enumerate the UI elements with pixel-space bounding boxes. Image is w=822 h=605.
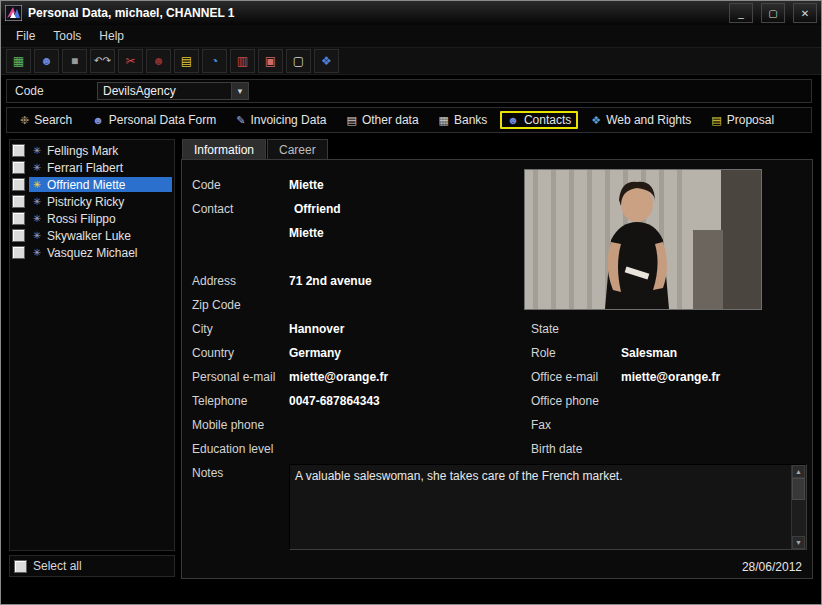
close-button[interactable]: ✕	[793, 3, 817, 23]
checkbox[interactable]	[12, 161, 25, 174]
maximize-button[interactable]: ▢	[761, 3, 785, 23]
zip-field-label: Zip Code	[192, 298, 241, 312]
contact-name: Rossi Filippo	[47, 212, 116, 226]
checkbox[interactable]	[12, 178, 25, 191]
contact-swirl-icon: ✳	[31, 196, 43, 207]
menu-file[interactable]: File	[7, 26, 44, 46]
table-icon[interactable]: ▦	[6, 49, 31, 73]
notes-textarea[interactable]: A valuable saleswoman, she takes care of…	[289, 464, 807, 550]
contact-swirl-icon: ✳	[31, 213, 43, 224]
address-field-label: Address	[192, 274, 236, 288]
office-phone-field-label: Office phone	[531, 394, 599, 408]
record-date: 28/06/2012	[742, 560, 802, 574]
menu-help[interactable]: Help	[90, 26, 133, 46]
address-field-value: 71 2nd avenue	[289, 274, 372, 288]
checkbox[interactable]	[12, 246, 25, 259]
role-field-value: Salesman	[621, 346, 677, 360]
tab-career[interactable]: Career	[267, 139, 328, 159]
list-item[interactable]: ✳Ferrari Flabert	[10, 159, 174, 176]
notes-text: A valuable saleswoman, she takes care of…	[295, 469, 788, 483]
city-field-label: City	[192, 322, 213, 336]
document-icon: ▤	[346, 114, 356, 127]
list-item[interactable]: ✳Rossi Filippo	[10, 210, 174, 227]
code-field-value: Miette	[289, 178, 324, 192]
contact-field-label: Contact	[192, 202, 233, 216]
nav-personal-data-form[interactable]: ☻Personal Data Form	[85, 111, 223, 129]
checkbox[interactable]	[12, 212, 25, 225]
list-item-selected[interactable]: ✳Offriend Miette	[10, 176, 174, 193]
code-bar: Code DevilsAgency ▼	[6, 79, 812, 103]
checkbox[interactable]	[12, 229, 25, 242]
undo-redo-icon[interactable]: ↶↷	[90, 49, 115, 73]
cut-icon[interactable]: ✂	[118, 49, 143, 73]
search-icon: ❉	[20, 114, 29, 127]
blank-icon[interactable]: ■	[62, 49, 87, 73]
telephone-field-value: 0047-687864343	[289, 394, 380, 408]
scrollbar-thumb[interactable]	[792, 478, 805, 500]
contact-icon[interactable]: ☻	[34, 49, 59, 73]
contact-name: Fellings Mark	[47, 144, 118, 158]
menu-bar: File Tools Help	[1, 25, 821, 48]
notes-field-label: Notes	[192, 466, 223, 480]
nav-search[interactable]: ❉Search	[13, 111, 79, 129]
clock-icon[interactable]: ◔	[202, 49, 227, 73]
personal-email-field-label: Personal e-mail	[192, 370, 275, 384]
nav-other-data[interactable]: ▤Other data	[339, 111, 425, 129]
notes-scrollbar[interactable]: ▲ ▼	[791, 465, 806, 549]
tab-information[interactable]: Information	[182, 139, 266, 159]
nav-web-and-rights-label: Web and Rights	[606, 113, 691, 127]
nav-web-and-rights[interactable]: ❖Web and Rights	[584, 111, 698, 129]
nav-proposal[interactable]: ▤Proposal	[704, 111, 781, 129]
title-bar: Personal Data, michael, CHANNEL 1 _ ▢ ✕	[1, 1, 821, 25]
agency-select[interactable]: DevilsAgency ▼	[97, 82, 249, 100]
detail-tabs: Information Career	[182, 139, 329, 159]
city-field-value: Hannover	[289, 322, 344, 336]
chart-icon[interactable]: ▥	[230, 49, 255, 73]
delete-contact-icon-glyph: ☻	[152, 55, 165, 67]
app-window: Personal Data, michael, CHANNEL 1 _ ▢ ✕ …	[0, 0, 822, 605]
list-item[interactable]: ✳Skywalker Luke	[10, 227, 174, 244]
note-icon[interactable]: ▤	[174, 49, 199, 73]
checkbox[interactable]	[12, 144, 25, 157]
nav-other-data-label: Other data	[362, 113, 419, 127]
scroll-down-icon[interactable]: ▼	[792, 536, 805, 549]
mobile-field-label: Mobile phone	[192, 418, 264, 432]
select-all-checkbox[interactable]	[14, 560, 27, 573]
office-email-field-value: miette@orange.fr	[621, 370, 720, 384]
contact-list: ✳Fellings Mark ✳Ferrari Flabert ✳Offrien…	[9, 139, 175, 551]
select-all-label: Select all	[33, 559, 82, 573]
country-field-value: Germany	[289, 346, 341, 360]
nav-invoicing-data[interactable]: ✎Invoicing Data	[229, 111, 333, 129]
chevron-down-icon[interactable]: ▼	[231, 83, 248, 99]
list-item[interactable]: ✳Fellings Mark	[10, 142, 174, 159]
nav-search-label: Search	[34, 113, 72, 127]
office-email-field-label: Office e-mail	[531, 370, 598, 384]
contact-firstname-value: Miette	[289, 226, 324, 240]
person-icon: ☻	[92, 114, 104, 126]
contact-swirl-icon: ✳	[31, 230, 43, 241]
table-icon-glyph: ▦	[13, 55, 24, 67]
print-icon-glyph: ▣	[265, 55, 276, 67]
nav-proposal-label: Proposal	[727, 113, 774, 127]
select-all-row: Select all	[9, 555, 175, 577]
nav-contacts[interactable]: ☻Contacts	[500, 111, 578, 129]
print-icon[interactable]: ▣	[258, 49, 283, 73]
role-field-label: Role	[531, 346, 556, 360]
minimize-button[interactable]: _	[729, 3, 753, 23]
telephone-field-label: Telephone	[192, 394, 247, 408]
state-field-label: State	[531, 322, 559, 336]
nav-contacts-label: Contacts	[524, 113, 571, 127]
scroll-up-icon[interactable]: ▲	[792, 465, 805, 478]
nav-banks[interactable]: ▦Banks	[432, 111, 495, 129]
monitor-icon[interactable]: ▢	[286, 49, 311, 73]
contact-lastname-value: Offriend	[294, 202, 341, 216]
users-icon[interactable]: ❖	[314, 49, 339, 73]
contact-photo	[524, 169, 762, 310]
list-item[interactable]: ✳Pistricky Ricky	[10, 193, 174, 210]
contact-swirl-icon: ✳	[31, 162, 43, 173]
nav-personal-data-form-label: Personal Data Form	[109, 113, 216, 127]
checkbox[interactable]	[12, 195, 25, 208]
list-item[interactable]: ✳Vasquez Michael	[10, 244, 174, 261]
menu-tools[interactable]: Tools	[44, 26, 90, 46]
delete-contact-icon[interactable]: ☻	[146, 49, 171, 73]
